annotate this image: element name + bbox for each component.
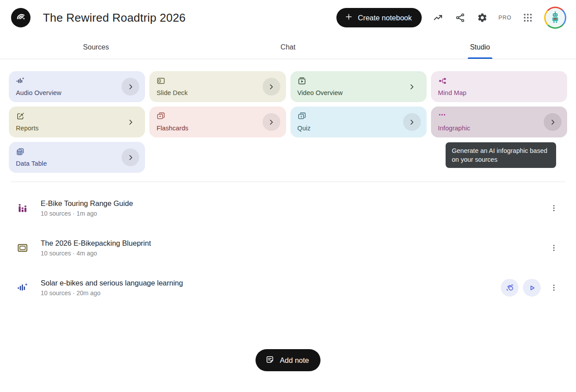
slide-deck-icon — [156, 76, 165, 85]
card-label: Mind Map — [438, 89, 466, 96]
artifact-text: Solar e-bikes and serious language learn… — [41, 279, 183, 297]
google-apps-grid-icon[interactable] — [522, 12, 534, 23]
card-label: Slide Deck — [156, 89, 187, 96]
chevron-right-icon[interactable] — [122, 78, 139, 95]
tab-studio-label: Studio — [470, 43, 490, 51]
card-flashcards[interactable]: Flashcards — [149, 107, 286, 137]
header: The Rewired Roadtrip 2026 Create noteboo… — [0, 0, 576, 35]
artifact-text: The 2026 E-Bikepacking Blueprint 10 sour… — [41, 239, 151, 257]
card-reports[interactable]: Reports — [9, 107, 145, 137]
more-options-icon[interactable] — [545, 239, 563, 257]
card-label: Quiz — [298, 125, 311, 132]
audio-waveform-icon — [16, 281, 29, 294]
artifact-meta: 10 sources · 1m ago — [41, 210, 133, 217]
tab-chat[interactable]: Chat — [192, 35, 384, 59]
artifact-actions — [501, 279, 563, 297]
data-table-icon — [16, 147, 25, 156]
card-mind-map[interactable]: Mind Map — [431, 71, 567, 102]
card-infographic[interactable]: Infographic — [431, 107, 567, 137]
tab-studio[interactable]: Studio — [384, 35, 576, 59]
card-label: Infographic — [438, 125, 470, 132]
chevron-right-icon[interactable] — [403, 113, 421, 131]
logo-arcs-icon — [15, 11, 27, 24]
bar-chart-icon — [16, 202, 29, 215]
flashcards-icon — [156, 112, 165, 121]
card-slide-deck[interactable]: Slide Deck — [149, 71, 286, 102]
more-options-icon[interactable] — [545, 279, 563, 297]
artifact-title: E-Bike Touring Range Guide — [41, 199, 133, 208]
tab-sources-label: Sources — [83, 43, 109, 51]
quiz-icon: ? — [298, 112, 306, 121]
artifact-meta: 10 sources · 4m ago — [41, 250, 151, 257]
artifact-list: E-Bike Touring Range Guide 10 sources · … — [0, 188, 576, 308]
add-note-label: Add note — [280, 356, 309, 365]
share-icon[interactable] — [454, 12, 466, 23]
artifact-actions — [545, 239, 563, 257]
video-overview-icon — [298, 76, 306, 85]
avatar-robot-image — [545, 8, 565, 27]
card-label: Audio Overview — [16, 89, 61, 96]
list-item-audio-artifact[interactable]: Solar e-bikes and serious language learn… — [11, 268, 565, 308]
ellipsis-loading-icon — [438, 112, 447, 121]
more-options-icon[interactable] — [545, 199, 563, 217]
card-quiz[interactable]: ? Quiz — [290, 107, 427, 137]
reports-icon — [16, 112, 25, 121]
tab-chat-label: Chat — [281, 43, 296, 51]
chevron-right-icon[interactable] — [544, 113, 561, 131]
card-video-overview[interactable]: Video Overview — [290, 71, 427, 102]
card-label: Reports — [16, 125, 38, 132]
notebooklm-logo[interactable] — [11, 8, 31, 27]
infographic-tooltip: Generate an AI infographic based on your… — [446, 142, 556, 168]
plus-icon — [344, 12, 353, 23]
artifact-title: Solar e-bikes and serious language learn… — [41, 279, 183, 287]
chevron-right-icon[interactable] — [263, 78, 280, 95]
list-item-slide-deck-artifact[interactable]: The 2026 E-Bikepacking Blueprint 10 sour… — [11, 228, 565, 268]
card-audio-overview[interactable]: Audio Overview — [9, 71, 145, 102]
create-notebook-button[interactable]: Create notebook — [336, 8, 421, 27]
card-data-table[interactable]: Data Table — [9, 142, 145, 173]
note-icon — [265, 355, 275, 366]
artifact-actions — [545, 199, 563, 217]
pro-badge: PRO — [499, 15, 512, 21]
mind-map-icon — [438, 76, 447, 85]
slide-deck-icon — [16, 241, 29, 255]
user-avatar[interactable] — [544, 7, 566, 29]
interactive-mode-hand-icon[interactable] — [501, 279, 519, 297]
active-tab-underline — [468, 57, 492, 59]
notebook-app: The Rewired Roadtrip 2026 Create noteboo… — [0, 0, 576, 392]
list-item-infographic-artifact[interactable]: E-Bike Touring Range Guide 10 sources · … — [11, 188, 565, 228]
audio-waveform-icon — [16, 76, 25, 85]
svg-text:?: ? — [300, 115, 302, 119]
artifact-meta: 10 sources · 20m ago — [41, 289, 183, 297]
chevron-right-icon[interactable] — [122, 113, 139, 131]
play-icon[interactable] — [523, 279, 541, 297]
studio-list-divider — [11, 182, 565, 182]
tab-sources[interactable]: Sources — [0, 35, 192, 59]
card-label: Video Overview — [298, 89, 343, 96]
header-actions: Create notebook PRO — [336, 7, 566, 29]
add-note-button[interactable]: Add note — [256, 349, 320, 371]
panel-tabs: Sources Chat Studio — [0, 35, 576, 59]
artifact-text: E-Bike Touring Range Guide 10 sources · … — [41, 199, 133, 217]
card-label: Data Table — [16, 160, 47, 167]
chevron-right-icon[interactable] — [122, 148, 139, 166]
card-label: Flashcards — [156, 125, 188, 132]
notebook-title[interactable]: The Rewired Roadtrip 2026 — [43, 11, 186, 25]
create-notebook-label: Create notebook — [358, 14, 412, 22]
artifact-title: The 2026 E-Bikepacking Blueprint — [41, 239, 151, 247]
chevron-right-icon[interactable] — [263, 113, 280, 131]
analytics-trending-up-icon[interactable] — [432, 12, 444, 23]
chevron-right-icon[interactable] — [403, 78, 421, 95]
settings-gear-icon[interactable] — [477, 12, 488, 23]
footer-bar: Add note — [0, 349, 576, 371]
